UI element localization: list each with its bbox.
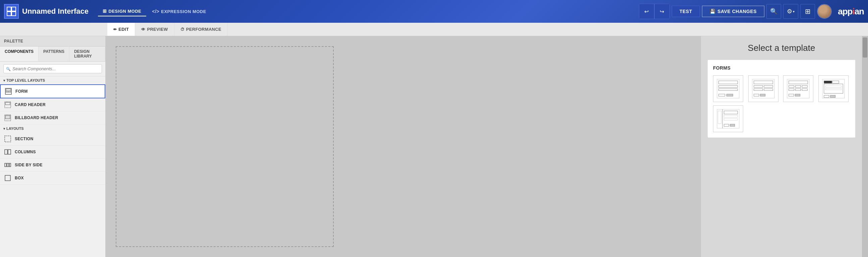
svg-rect-1: [12, 7, 16, 11]
template-card-5[interactable]: [713, 105, 743, 132]
top-nav: Unnamed Interface ⊞ DESIGN MODE </> EXPR…: [0, 0, 868, 23]
save-icon: 💾: [710, 9, 716, 14]
user-avatar[interactable]: [817, 4, 832, 19]
gear-icon: ⚙: [787, 8, 792, 15]
nav-mode-group: ⊞ DESIGN MODE </> EXPRESSION MODE: [98, 6, 211, 16]
billboard-header-label: BILLBOARD HEADER: [15, 115, 58, 120]
tab-edit[interactable]: ✏ EDIT: [107, 23, 135, 36]
svg-rect-44: [824, 81, 832, 83]
undo-button[interactable]: ↩: [639, 4, 654, 19]
palette-tab-components[interactable]: COMPONENTS: [0, 46, 38, 61]
expression-mode-button[interactable]: </> EXPRESSION MODE: [148, 7, 211, 16]
columns-icon: [4, 148, 11, 156]
search-area: [0, 62, 105, 76]
template-card-4[interactable]: [818, 75, 848, 102]
palette-header: PALETTE: [0, 36, 105, 46]
svg-rect-7: [9, 91, 11, 93]
svg-rect-12: [5, 136, 11, 142]
svg-rect-0: [7, 7, 11, 11]
appian-logo: appian: [838, 6, 864, 17]
form-icon: [5, 88, 12, 95]
palette-item-section[interactable]: SECTION: [0, 133, 105, 146]
section-label-layouts: LAYOUTS: [6, 126, 24, 131]
preview-icon: 👁: [141, 27, 145, 32]
svg-rect-32: [760, 94, 765, 96]
palette-tab-design-library[interactable]: DESIGN LIBRARY: [69, 46, 105, 61]
tab-performance[interactable]: ⏱ PERFORMANCE: [175, 23, 228, 36]
palette-item-side-by-side[interactable]: SIDE BY SIDE: [0, 159, 105, 172]
settings-button[interactable]: ⚙ ▾: [783, 4, 798, 19]
app-title: Unnamed Interface: [22, 7, 89, 16]
test-button[interactable]: TEST: [672, 6, 700, 17]
template-grid-row1: [713, 75, 850, 102]
columns-label: COLUMNS: [15, 150, 36, 154]
palette-tab-patterns[interactable]: PATTERNS: [38, 46, 69, 61]
palette-tabs: COMPONENTS PATTERNS DESIGN LIBRARY: [0, 46, 105, 62]
card-header-label: CARD HEADER: [15, 102, 45, 107]
side-by-side-label: SIDE BY SIDE: [15, 162, 42, 167]
svg-rect-50: [830, 96, 835, 98]
svg-rect-15: [5, 163, 6, 167]
nav-action-group: ↩ ↪ TEST 💾 SAVE CHANGES 🔍 ⚙ ▾ ⊞ appian: [639, 4, 864, 19]
template-panel: Select a template FORMS: [701, 36, 862, 257]
template-section-label: FORMS: [713, 65, 850, 71]
svg-rect-9: [5, 102, 10, 105]
app-logo-area: Unnamed Interface: [4, 4, 89, 19]
svg-rect-6: [6, 91, 8, 93]
palette-item-box[interactable]: BOX: [0, 172, 105, 185]
save-changes-button[interactable]: 💾 SAVE CHANGES: [702, 6, 764, 17]
search-button[interactable]: 🔍: [766, 4, 781, 19]
main-layout: PALETTE COMPONENTS PATTERNS DESIGN LIBRA…: [0, 36, 868, 257]
svg-rect-18: [5, 175, 10, 181]
section-header-layouts[interactable]: ▾ LAYOUTS: [0, 124, 105, 133]
svg-rect-58: [730, 124, 735, 126]
section-header-top-level[interactable]: ▾ TOP LEVEL LAYOUTS: [0, 76, 105, 84]
canvas-inner: [116, 46, 334, 247]
tab-preview[interactable]: 👁 PREVIEW: [135, 23, 174, 36]
svg-rect-17: [9, 163, 11, 167]
palette-item-columns[interactable]: COLUMNS: [0, 146, 105, 159]
template-card-1[interactable]: [713, 75, 743, 102]
right-scrollbar[interactable]: [862, 36, 868, 257]
section-arrow-top: ▾: [3, 79, 5, 82]
template-card-2[interactable]: [748, 75, 778, 102]
search-wrapper: [3, 64, 102, 73]
billboard-header-icon: [4, 114, 11, 121]
box-label: BOX: [15, 176, 24, 180]
template-title: Select a template: [708, 43, 855, 53]
svg-rect-2: [7, 12, 11, 16]
design-mode-icon: ⊞: [103, 8, 107, 14]
box-icon: [4, 174, 11, 182]
svg-rect-24: [726, 94, 733, 96]
undo-redo-group: ↩ ↪: [639, 4, 670, 19]
section-arrow-layouts: ▾: [3, 127, 5, 131]
svg-rect-14: [8, 150, 11, 154]
scroll-thumb[interactable]: [863, 37, 867, 58]
canvas-area[interactable]: [106, 36, 701, 257]
section-icon: [4, 135, 11, 143]
palette-item-billboard-header[interactable]: BILLBOARD HEADER: [0, 111, 105, 124]
palette-sidebar: PALETTE COMPONENTS PATTERNS DESIGN LIBRA…: [0, 36, 106, 257]
section-label-top: TOP LEVEL LAYOUTS: [6, 78, 45, 82]
template-card-3[interactable]: [783, 75, 813, 102]
svg-rect-51: [717, 109, 739, 128]
palette-item-card-header[interactable]: CARD HEADER: [0, 98, 105, 111]
search-input[interactable]: [3, 64, 102, 73]
form-label: FORM: [16, 89, 28, 94]
template-grid-row2: [713, 105, 850, 132]
design-mode-button[interactable]: ⊞ DESIGN MODE: [98, 6, 146, 16]
palette-item-form[interactable]: FORM: [0, 84, 105, 98]
svg-rect-3: [12, 12, 16, 16]
redo-button[interactable]: ↪: [654, 4, 670, 19]
grid-button[interactable]: ⊞: [800, 4, 815, 19]
expression-mode-icon: </>: [152, 9, 160, 14]
svg-rect-42: [795, 94, 800, 96]
svg-rect-5: [6, 89, 11, 91]
card-header-icon: [4, 101, 11, 108]
side-by-side-icon: [4, 161, 11, 169]
section-label: SECTION: [15, 137, 33, 141]
template-section-forms: FORMS: [708, 60, 855, 138]
svg-rect-11: [5, 115, 10, 119]
second-bar: ✏ EDIT 👁 PREVIEW ⏱ PERFORMANCE: [0, 23, 868, 36]
svg-rect-16: [7, 163, 9, 167]
